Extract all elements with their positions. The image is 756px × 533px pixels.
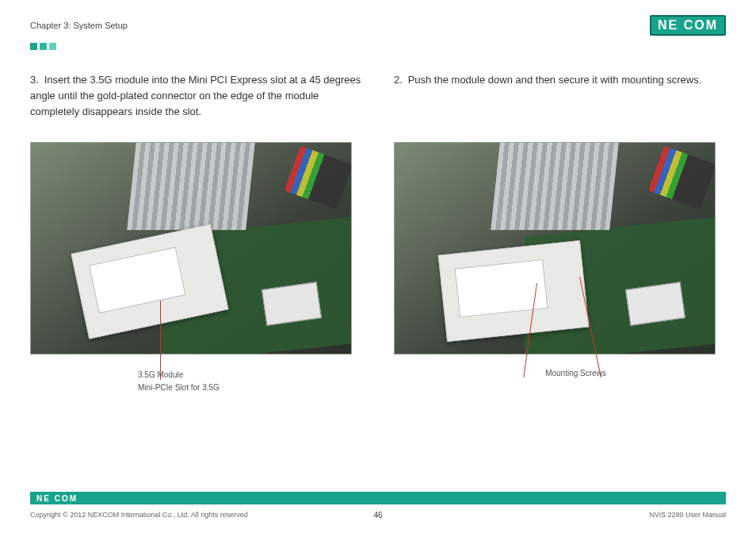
footer-bar: NE COM [30,492,726,504]
step-body: Push the module down and then secure it … [408,74,702,86]
footer-copyright: Copyright © 2012 NEXCOM International Co… [30,511,248,519]
step-number: 3. [30,72,41,88]
right-photo-wrap: Mounting Screws [394,142,726,378]
footer-row: Copyright © 2012 NEXCOM International Co… [30,511,726,519]
decor-squares [30,43,726,50]
step-2-text: 2. Push the module down and then secure … [394,72,726,126]
brand-logo: NE COM [650,15,726,36]
right-column: 2. Push the module down and then secure … [394,72,726,394]
left-photo [30,142,352,355]
right-captions: Mounting Screws [394,369,726,378]
step-3-text: 3. Insert the 3.5G module into the Mini … [30,72,362,126]
left-captions: 3.5G Module Mini-PCIe Slot for 3.5G [30,369,362,394]
footer-doc-title: NViS 2280 User Manual [650,511,726,519]
page-number: 46 [373,511,382,520]
chapter-heading: Chapter 3: System Setup [30,21,128,30]
caption-mounting-screws: Mounting Screws [426,369,726,378]
left-column: 3. Insert the 3.5G module into the Mini … [30,72,362,394]
step-number: 2. [394,72,405,88]
footer-brand-logo: NE COM [36,494,78,503]
right-photo [394,142,716,355]
caption-35g-module: 3.5G Module [138,369,362,382]
content-columns: 3. Insert the 3.5G module into the Mini … [30,72,726,394]
left-photo-wrap: 3.5G Module Mini-PCIe Slot for 3.5G [30,142,362,394]
step-body: Insert the 3.5G module into the Mini PCI… [30,74,361,117]
callout-line [160,301,161,380]
caption-minipcie-slot: Mini-PCIe Slot for 3.5G [138,382,362,394]
